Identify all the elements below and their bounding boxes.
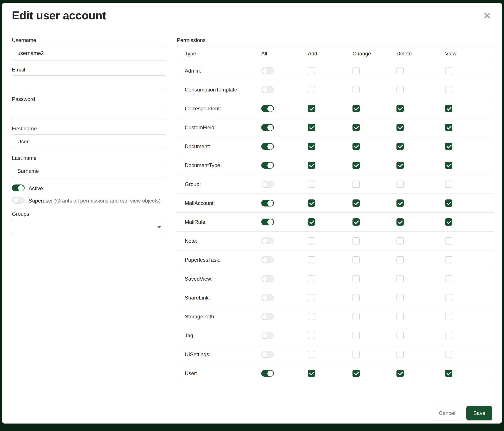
permission-view-checkbox[interactable] bbox=[445, 275, 452, 282]
permission-change-checkbox[interactable] bbox=[352, 162, 360, 169]
permission-all-toggle[interactable] bbox=[261, 237, 274, 244]
last-name-input[interactable] bbox=[12, 164, 167, 178]
groups-select[interactable] bbox=[12, 220, 167, 234]
permission-change-checkbox[interactable] bbox=[352, 86, 360, 93]
permission-delete-checkbox[interactable] bbox=[396, 256, 404, 263]
last-name-label: Last name bbox=[12, 155, 167, 161]
permission-change-checkbox[interactable] bbox=[352, 351, 360, 358]
permission-delete-checkbox[interactable] bbox=[396, 143, 404, 150]
permission-all-toggle[interactable] bbox=[261, 370, 274, 377]
permission-all-toggle[interactable] bbox=[261, 219, 274, 225]
permission-all-toggle[interactable] bbox=[261, 162, 274, 169]
permission-view-checkbox[interactable] bbox=[445, 218, 452, 226]
permission-add-checkbox[interactable] bbox=[308, 162, 315, 169]
first-name-input[interactable] bbox=[12, 134, 167, 149]
permission-view-checkbox[interactable] bbox=[445, 124, 452, 131]
permission-add-checkbox[interactable] bbox=[308, 294, 315, 301]
permission-add-checkbox[interactable] bbox=[308, 370, 315, 377]
permission-add-checkbox[interactable] bbox=[308, 67, 315, 74]
permission-change-checkbox[interactable] bbox=[352, 237, 360, 244]
user-form: Username Email Password First name Last … bbox=[12, 37, 167, 403]
permission-delete-checkbox[interactable] bbox=[396, 351, 404, 358]
permission-all-toggle[interactable] bbox=[261, 256, 274, 263]
permission-view-checkbox[interactable] bbox=[445, 351, 452, 358]
permission-all-toggle[interactable] bbox=[261, 313, 274, 320]
permission-all-toggle[interactable] bbox=[261, 332, 274, 339]
permission-delete-checkbox[interactable] bbox=[396, 67, 404, 74]
permission-change-checkbox[interactable] bbox=[352, 124, 360, 131]
close-icon[interactable]: × bbox=[482, 10, 492, 20]
permission-view-checkbox[interactable] bbox=[445, 256, 452, 263]
permission-view-checkbox[interactable] bbox=[445, 332, 452, 339]
permission-delete-checkbox[interactable] bbox=[396, 124, 404, 131]
permission-all-toggle[interactable] bbox=[261, 124, 274, 131]
permission-add-checkbox[interactable] bbox=[308, 275, 315, 282]
permission-all-toggle[interactable] bbox=[261, 275, 274, 282]
permission-add-checkbox[interactable] bbox=[308, 237, 315, 244]
permission-delete-checkbox[interactable] bbox=[396, 332, 404, 339]
password-input[interactable] bbox=[12, 105, 167, 119]
active-toggle[interactable] bbox=[12, 185, 25, 191]
permission-delete-checkbox[interactable] bbox=[396, 294, 404, 301]
save-button[interactable]: Save bbox=[466, 406, 492, 421]
permission-all-toggle[interactable] bbox=[261, 294, 274, 301]
permission-all-toggle[interactable] bbox=[261, 200, 274, 207]
permission-add-checkbox[interactable] bbox=[308, 143, 315, 150]
permission-change-checkbox[interactable] bbox=[352, 313, 360, 320]
permission-delete-checkbox[interactable] bbox=[396, 218, 404, 226]
permission-view-checkbox[interactable] bbox=[445, 67, 452, 74]
permission-delete-checkbox[interactable] bbox=[396, 370, 404, 377]
permission-delete-checkbox[interactable] bbox=[396, 86, 404, 93]
permission-all-toggle[interactable] bbox=[261, 67, 274, 74]
permission-change-checkbox[interactable] bbox=[352, 218, 360, 226]
permission-view-checkbox[interactable] bbox=[445, 105, 452, 112]
permission-delete-checkbox[interactable] bbox=[396, 275, 404, 282]
permission-delete-checkbox[interactable] bbox=[396, 237, 404, 244]
permission-add-checkbox[interactable] bbox=[308, 199, 315, 207]
permission-add-checkbox[interactable] bbox=[308, 313, 315, 320]
permission-change-checkbox[interactable] bbox=[352, 105, 360, 112]
permission-view-checkbox[interactable] bbox=[445, 313, 452, 320]
username-input[interactable] bbox=[12, 46, 167, 61]
password-field: Password bbox=[12, 96, 167, 119]
permission-change-checkbox[interactable] bbox=[352, 199, 360, 207]
permission-all-toggle[interactable] bbox=[261, 143, 274, 150]
permission-view-checkbox[interactable] bbox=[445, 199, 452, 207]
permission-all-toggle[interactable] bbox=[261, 105, 274, 112]
permission-all-toggle[interactable] bbox=[261, 181, 274, 188]
permission-change-checkbox[interactable] bbox=[352, 180, 360, 188]
permission-add-checkbox[interactable] bbox=[308, 124, 315, 131]
permission-view-checkbox[interactable] bbox=[445, 237, 452, 244]
permission-view-checkbox[interactable] bbox=[445, 162, 452, 169]
cancel-button[interactable]: Cancel bbox=[432, 406, 462, 421]
permission-all-toggle[interactable] bbox=[261, 351, 274, 358]
permission-view-checkbox[interactable] bbox=[445, 294, 452, 301]
permission-change-checkbox[interactable] bbox=[352, 67, 360, 74]
permission-delete-checkbox[interactable] bbox=[396, 180, 404, 188]
permission-add-checkbox[interactable] bbox=[308, 105, 315, 112]
permission-change-checkbox[interactable] bbox=[352, 256, 360, 263]
permission-add-checkbox[interactable] bbox=[308, 180, 315, 188]
permission-view-checkbox[interactable] bbox=[445, 370, 452, 377]
permission-change-checkbox[interactable] bbox=[352, 294, 360, 301]
permission-view-checkbox[interactable] bbox=[445, 143, 452, 150]
permission-all-toggle[interactable] bbox=[261, 86, 274, 93]
permission-add-checkbox[interactable] bbox=[308, 332, 315, 339]
permission-delete-checkbox[interactable] bbox=[396, 313, 404, 320]
permission-add-checkbox[interactable] bbox=[308, 86, 315, 93]
permission-change-checkbox[interactable] bbox=[352, 332, 360, 339]
permission-change-checkbox[interactable] bbox=[352, 143, 360, 150]
permission-change-checkbox[interactable] bbox=[352, 370, 360, 377]
permission-change-checkbox[interactable] bbox=[352, 275, 360, 282]
permission-add-checkbox[interactable] bbox=[308, 256, 315, 263]
permission-add-checkbox[interactable] bbox=[308, 218, 315, 226]
email-input[interactable] bbox=[12, 75, 167, 90]
permission-delete-checkbox[interactable] bbox=[396, 199, 404, 207]
permission-view-checkbox[interactable] bbox=[445, 180, 452, 188]
permission-delete-checkbox[interactable] bbox=[396, 162, 404, 169]
permission-view-checkbox[interactable] bbox=[445, 86, 452, 93]
permission-delete-checkbox[interactable] bbox=[396, 105, 404, 112]
superuser-toggle[interactable] bbox=[12, 197, 25, 204]
permission-add-checkbox[interactable] bbox=[308, 351, 315, 358]
permission-row: Admin: bbox=[177, 61, 494, 80]
